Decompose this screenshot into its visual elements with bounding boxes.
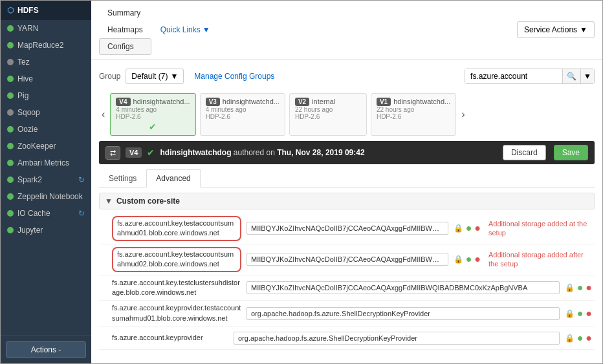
search-dropdown[interactable]: ▼	[580, 69, 594, 83]
quick-links-button[interactable]: Quick Links ▼	[154, 22, 217, 37]
section-header[interactable]: ▼ Custom core-site	[99, 193, 595, 209]
version-card-v3[interactable]: V3hdinsightwatchd... 4 minutes ago HDP-2…	[200, 93, 285, 136]
refresh-icon[interactable]: ↻	[78, 175, 85, 184]
status-dot	[7, 126, 14, 133]
sidebar-actions-area: Actions -	[1, 336, 91, 363]
add-icon[interactable]: ●	[577, 308, 584, 319]
sidebar-item-label: MapReduce2	[17, 41, 63, 50]
collapse-icon: ▼	[105, 197, 113, 206]
sidebar-item-label: Ambari Metrics	[17, 158, 69, 167]
config-value-input[interactable]	[234, 332, 560, 345]
version-badge: V4	[116, 98, 130, 106]
config-value-input[interactable]	[247, 281, 560, 294]
status-dot	[7, 177, 14, 183]
config-key: fs.azure.account.keyprovider	[112, 333, 228, 343]
service-actions-button[interactable]: Service Actions ▼	[517, 21, 595, 38]
annotation: Additional storage added after the setup	[488, 250, 592, 269]
config-value-input[interactable]	[247, 253, 448, 266]
sidebar-item-iocache[interactable]: IO Cache ↻	[1, 205, 91, 222]
sidebar-item-pig[interactable]: Pig	[1, 87, 91, 104]
sidebar-item-label: Hive	[17, 74, 33, 83]
lock-icon[interactable]: 🔒	[454, 255, 463, 264]
config-value-input[interactable]	[247, 307, 560, 320]
sidebar-item-label: ZooKeeper	[17, 142, 56, 151]
remove-icon[interactable]: ●	[474, 222, 481, 234]
version-title: internal	[312, 98, 335, 105]
top-nav: SummaryHeatmapsConfigs Quick Links ▼ Ser…	[91, 1, 602, 59]
sidebar-item-zookeeper[interactable]: ZooKeeper	[1, 138, 91, 155]
sidebar-item-label: Spark2	[17, 175, 42, 184]
sidebar-item-mapreduce2[interactable]: MapReduce2	[1, 37, 91, 54]
lock-icon[interactable]: 🔒	[565, 309, 575, 318]
save-button[interactable]: Save	[554, 145, 588, 160]
config-actions: 🔒 ● ●	[454, 253, 481, 265]
version-card-v1[interactable]: V1hdinsightwatchd... 22 hours ago HDP-2.…	[371, 93, 456, 136]
version-time: 4 minutes ago	[116, 106, 190, 113]
discard-button[interactable]: Discard	[503, 145, 546, 160]
nav-tab-heatmaps[interactable]: Heatmaps	[99, 21, 151, 38]
sidebar-item-label: IO Cache	[17, 209, 50, 218]
lock-icon[interactable]: 🔒	[565, 334, 575, 343]
remove-icon[interactable]: ●	[586, 332, 592, 344]
add-icon[interactable]: ●	[466, 253, 472, 265]
config-key: fs.azure.account.key.testclustersuhdisto…	[112, 278, 241, 298]
version-hdp: HDP-2.6	[116, 113, 190, 120]
sidebar-item-label: Tez	[17, 58, 30, 67]
nav-tab-summary[interactable]: Summary	[99, 5, 151, 21]
sidebar-item-tez[interactable]: Tez	[1, 54, 91, 70]
version-title: hdinsightwatchd...	[223, 98, 280, 105]
remove-icon[interactable]: ●	[586, 282, 592, 294]
remove-icon[interactable]: ●	[474, 253, 481, 265]
tab-advanced[interactable]: Advanced	[146, 169, 200, 187]
refresh-icon[interactable]: ↻	[78, 209, 85, 218]
sidebar-item-sqoop[interactable]: Sqoop	[1, 104, 91, 121]
status-dot	[7, 227, 14, 233]
actions-button[interactable]: Actions -	[6, 341, 86, 358]
author-name: hdinsightwatchdog	[160, 148, 231, 157]
search-button[interactable]: 🔍	[562, 69, 580, 83]
group-dropdown[interactable]: Default (7) ▼	[126, 69, 184, 84]
version-time: 22 hours ago	[295, 106, 361, 113]
version-next-button[interactable]: ›	[459, 106, 467, 123]
authored-date: Thu, Nov 28, 2019 09:42	[277, 148, 364, 157]
sidebar-item-zeppelinnotebook[interactable]: Zeppelin Notebook	[1, 188, 91, 205]
version-title: hdinsightwatchd...	[393, 98, 450, 105]
version-hdp: HDP-2.6	[377, 113, 450, 120]
config-area: Group Default (7) ▼ Manage Config Groups…	[91, 59, 602, 363]
version-card-v4[interactable]: V4hdinsightwatchd... 4 minutes ago HDP-2…	[110, 93, 195, 136]
sidebar-item-spark2[interactable]: Spark2 ↻	[1, 171, 91, 188]
add-icon[interactable]: ●	[577, 332, 584, 344]
add-icon[interactable]: ●	[466, 222, 472, 234]
add-icon[interactable]: ●	[577, 282, 584, 294]
config-value-input[interactable]	[247, 222, 448, 235]
status-dot	[7, 76, 14, 82]
version-checkmark: ✔	[116, 122, 190, 132]
nav-tab-configs[interactable]: Configs	[99, 38, 151, 55]
compare-icon[interactable]: ⇄	[105, 146, 120, 160]
sidebar: ⬡ HDFS YARN MapReduce2 Tez Hive Pig Sqoo…	[1, 1, 91, 363]
config-row: fs.azure.account.key.testaccountsumahmud…	[99, 244, 595, 275]
version-card-v2[interactable]: V2internal 22 hours ago HDP-2.6	[289, 93, 367, 136]
lock-icon[interactable]: 🔒	[565, 283, 575, 292]
config-row: fs.azure.account.keyprovider 🔒 ● ●	[99, 327, 595, 350]
sidebar-item-yarn[interactable]: YARN	[1, 20, 91, 37]
remove-icon[interactable]: ●	[586, 308, 592, 319]
sidebar-item-oozie[interactable]: Oozie	[1, 121, 91, 138]
status-dot	[7, 92, 14, 99]
manage-config-groups-link[interactable]: Manage Config Groups	[194, 72, 274, 81]
lock-icon[interactable]: 🔒	[454, 224, 463, 233]
sidebar-item-label: YARN	[17, 24, 38, 33]
version-prev-button[interactable]: ‹	[99, 106, 107, 123]
sidebar-title: HDFS	[17, 6, 39, 15]
sidebar-item-jupyter[interactable]: Jupyter	[1, 222, 91, 239]
status-dot	[7, 143, 14, 149]
sidebar-item-hive[interactable]: Hive	[1, 70, 91, 87]
config-key: fs.azure.account.key.testaccountsumahmud…	[112, 216, 241, 241]
section-title: Custom core-site	[116, 197, 180, 206]
sidebar-item-ambarimetrics[interactable]: Ambari Metrics	[1, 155, 91, 171]
main-content: SummaryHeatmapsConfigs Quick Links ▼ Ser…	[91, 1, 602, 363]
tab-settings[interactable]: Settings	[99, 169, 146, 187]
search-input[interactable]	[465, 69, 562, 83]
nav-tabs: SummaryHeatmapsConfigs	[99, 5, 151, 55]
service-actions-label: Service Actions	[524, 25, 577, 34]
